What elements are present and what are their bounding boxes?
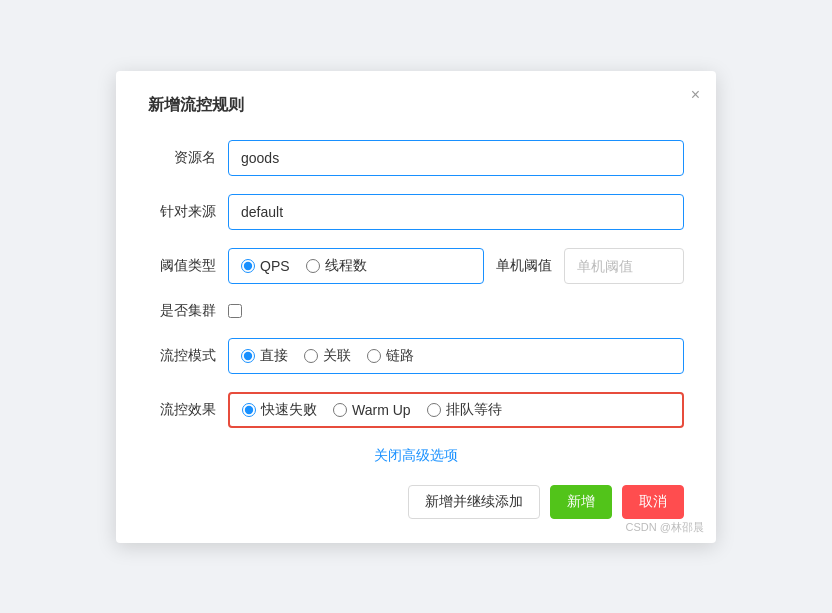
- flow-mode-radio-group: 直接 关联 链路: [228, 338, 684, 374]
- flow-effect-warmup-label: Warm Up: [352, 402, 411, 418]
- flow-effect-queue-label: 排队等待: [446, 401, 502, 419]
- single-threshold-input[interactable]: [564, 248, 684, 284]
- flow-effect-fast-fail-option[interactable]: 快速失败: [242, 401, 317, 419]
- source-input[interactable]: [228, 194, 684, 230]
- threshold-type-row: 阈值类型 QPS 线程数 单机阈值: [148, 248, 684, 284]
- flow-mode-relate-radio[interactable]: [304, 349, 318, 363]
- add-button[interactable]: 新增: [550, 485, 612, 519]
- close-icon[interactable]: ×: [691, 87, 700, 103]
- flow-effect-queue-option[interactable]: 排队等待: [427, 401, 502, 419]
- flow-mode-direct-label: 直接: [260, 347, 288, 365]
- threshold-qps-radio[interactable]: [241, 259, 255, 273]
- flow-effect-row: 流控效果 快速失败 Warm Up 排队等待: [148, 392, 684, 428]
- flow-mode-chain-option[interactable]: 链路: [367, 347, 414, 365]
- flow-effect-radio-group: 快速失败 Warm Up 排队等待: [228, 392, 684, 428]
- flow-mode-relate-option[interactable]: 关联: [304, 347, 351, 365]
- close-advanced-section: 关闭高级选项: [148, 446, 684, 465]
- cluster-label: 是否集群: [148, 302, 228, 320]
- threshold-qps-option[interactable]: QPS: [241, 258, 290, 274]
- resource-name-control: [228, 140, 684, 176]
- flow-effect-warmup-option[interactable]: Warm Up: [333, 402, 411, 418]
- resource-name-label: 资源名: [148, 149, 228, 167]
- dialog-title: 新增流控规则: [148, 95, 684, 116]
- flow-effect-control: 快速失败 Warm Up 排队等待: [228, 392, 684, 428]
- cluster-control: [228, 304, 684, 318]
- watermark: CSDN @林邵晨: [626, 520, 704, 535]
- resource-name-row: 资源名: [148, 140, 684, 176]
- flow-mode-control: 直接 关联 链路: [228, 338, 684, 374]
- threshold-thread-option[interactable]: 线程数: [306, 257, 367, 275]
- threshold-qps-label: QPS: [260, 258, 290, 274]
- threshold-thread-radio[interactable]: [306, 259, 320, 273]
- single-threshold-label: 单机阈值: [496, 257, 552, 275]
- threshold-type-radio-group: QPS 线程数: [228, 248, 484, 284]
- threshold-type-label: 阈值类型: [148, 257, 228, 275]
- threshold-thread-label: 线程数: [325, 257, 367, 275]
- footer-buttons: 新增并继续添加 新增 取消: [148, 485, 684, 519]
- flow-effect-label: 流控效果: [148, 401, 228, 419]
- dialog: 新增流控规则 × 资源名 针对来源 阈值类型 QPS: [116, 71, 716, 543]
- threshold-row: QPS 线程数 单机阈值: [228, 248, 684, 284]
- flow-effect-fast-fail-radio[interactable]: [242, 403, 256, 417]
- source-control: [228, 194, 684, 230]
- flow-effect-fast-fail-label: 快速失败: [261, 401, 317, 419]
- close-advanced-link[interactable]: 关闭高级选项: [374, 447, 458, 463]
- cluster-checkbox[interactable]: [228, 304, 242, 318]
- cancel-button[interactable]: 取消: [622, 485, 684, 519]
- flow-mode-direct-radio[interactable]: [241, 349, 255, 363]
- add-continue-button[interactable]: 新增并继续添加: [408, 485, 540, 519]
- flow-effect-warmup-radio[interactable]: [333, 403, 347, 417]
- cluster-row: 是否集群: [148, 302, 684, 320]
- flow-mode-chain-radio[interactable]: [367, 349, 381, 363]
- source-label: 针对来源: [148, 203, 228, 221]
- cluster-checkbox-item: [228, 304, 684, 318]
- flow-mode-direct-option[interactable]: 直接: [241, 347, 288, 365]
- threshold-type-control: QPS 线程数 单机阈值: [228, 248, 684, 284]
- flow-mode-label: 流控模式: [148, 347, 228, 365]
- flow-mode-chain-label: 链路: [386, 347, 414, 365]
- source-row: 针对来源: [148, 194, 684, 230]
- resource-name-input[interactable]: [228, 140, 684, 176]
- flow-mode-relate-label: 关联: [323, 347, 351, 365]
- flow-effect-queue-radio[interactable]: [427, 403, 441, 417]
- flow-mode-row: 流控模式 直接 关联 链路: [148, 338, 684, 374]
